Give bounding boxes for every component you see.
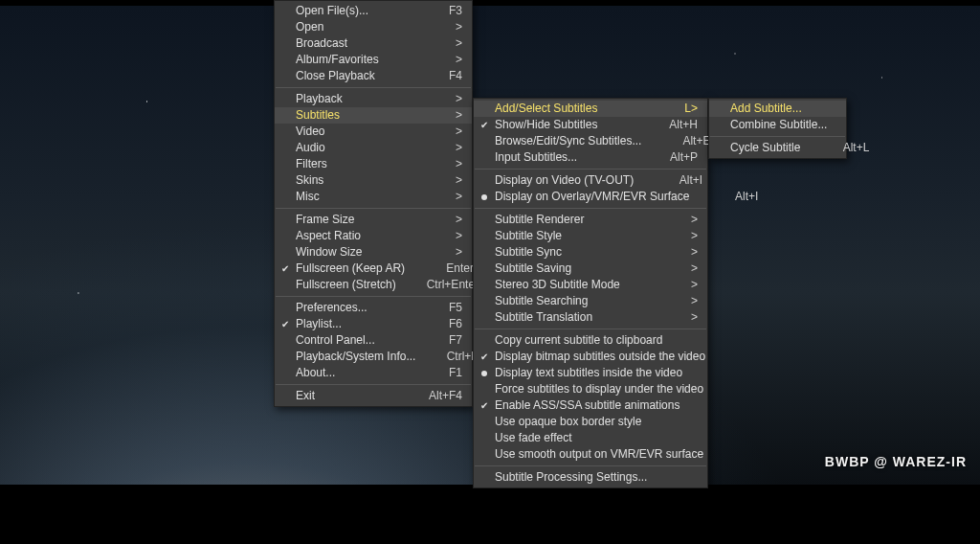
menu-playback[interactable]: Playback > — [275, 91, 472, 107]
submenu-arrow-icon: > — [449, 124, 462, 140]
menu-separator — [276, 208, 471, 209]
menu-label: Fullscreen (Stretch) — [296, 277, 419, 293]
menu-playback-sysinfo[interactable]: Playback/System Info... Ctrl+F1 — [275, 349, 472, 365]
menu-label: Add Subtitle... — [730, 101, 836, 117]
menu-add-subtitle[interactable]: Add Subtitle... — [709, 101, 846, 117]
menu-subtitle-saving[interactable]: Subtitle Saving > — [474, 261, 707, 277]
submenu-arrow-icon: > — [684, 212, 698, 228]
checkmark-icon: ✔ — [275, 261, 296, 277]
submenu-arrow-icon: > — [684, 244, 698, 261]
menu-label: Open — [296, 19, 449, 35]
menu-stereo-3d-mode[interactable]: Stereo 3D Subtitle Mode > — [474, 277, 707, 293]
menu-cycle-subtitle[interactable]: Cycle Subtitle Alt+L — [709, 140, 846, 156]
menu-open-files[interactable]: Open File(s)... F3 — [275, 3, 472, 19]
submenu-arrow-icon: > — [449, 228, 462, 244]
menu-fullscreen-keep-ar[interactable]: ✔ Fullscreen (Keep AR) Enter — [275, 261, 472, 277]
submenu-arrow-icon: > — [449, 140, 462, 156]
menu-album-favorites[interactable]: Album/Favorites > — [275, 52, 472, 68]
menu-label: Window Size — [296, 244, 449, 261]
menu-exit[interactable]: Exit Alt+F4 — [275, 388, 472, 404]
menu-close-playback[interactable]: Close Playback F4 — [275, 68, 472, 84]
menu-copy-subtitle-clipboard[interactable]: Copy current subtitle to clipboard — [474, 332, 707, 349]
menu-label: Album/Favorites — [296, 52, 449, 68]
menu-shortcut: F1 — [416, 365, 462, 381]
menu-label: Input Subtitles... — [495, 149, 652, 166]
menu-label: Display on Overlay/VMR/EVR Surface — [495, 189, 712, 205]
menu-subtitle-processing-settings[interactable]: Subtitle Processing Settings... — [474, 469, 707, 486]
menu-broadcast[interactable]: Broadcast > — [275, 35, 472, 52]
menu-separator — [276, 384, 471, 385]
menu-add-select-subtitles[interactable]: Add/Select Subtitles L> — [474, 101, 707, 117]
menu-audio[interactable]: Audio > — [275, 140, 472, 156]
context-menu-main: Open File(s)... F3 Open > Broadcast > Al… — [274, 0, 473, 407]
submenu-arrow-icon: > — [449, 172, 462, 189]
menu-combine-subtitle[interactable]: Combine Subtitle... — [709, 117, 846, 133]
menu-frame-size[interactable]: Frame Size > — [275, 212, 472, 228]
menu-label: Control Panel... — [296, 332, 416, 349]
submenu-arrow-icon: > — [449, 91, 462, 107]
menu-label: Subtitle Style — [495, 228, 684, 244]
menu-about[interactable]: About... F1 — [275, 365, 472, 381]
menu-label: Close Playback — [296, 68, 416, 84]
menu-subtitle-translation[interactable]: Subtitle Translation > — [474, 309, 707, 326]
checkmark-icon: ✔ — [474, 397, 495, 414]
menu-open[interactable]: Open > — [275, 19, 472, 35]
menu-show-hide-subtitles[interactable]: ✔ Show/Hide Subtitles Alt+H — [474, 117, 707, 133]
menu-video[interactable]: Video > — [275, 124, 472, 140]
menu-text-inside[interactable]: Display text subtitles inside the video — [474, 365, 707, 381]
submenu-arrow-icon: > — [449, 35, 462, 52]
menu-browse-edit-sync[interactable]: Browse/Edit/Sync Subtitles... Alt+E — [474, 133, 707, 149]
menu-separator — [276, 87, 471, 88]
checkmark-icon: ✔ — [474, 117, 495, 133]
menu-separator — [276, 296, 471, 297]
menu-subtitle-renderer[interactable]: Subtitle Renderer > — [474, 212, 707, 228]
context-menu-subtitles: Add/Select Subtitles L> ✔ Show/Hide Subt… — [473, 98, 708, 488]
menu-enable-ass-ssa[interactable]: ✔ Enable ASS/SSA subtitle animations — [474, 397, 707, 414]
menu-label: Playlist... — [296, 316, 416, 332]
menu-input-subtitles[interactable]: Input Subtitles... Alt+P — [474, 149, 707, 166]
menu-playlist[interactable]: ✔ Playlist... F6 — [275, 316, 472, 332]
menu-label: Video — [296, 124, 449, 140]
menu-label: Browse/Edit/Sync Subtitles... — [495, 133, 664, 149]
menu-subtitle-sync[interactable]: Subtitle Sync > — [474, 244, 707, 261]
menu-label: Audio — [296, 140, 449, 156]
checkmark-icon: ✔ — [474, 349, 495, 365]
menu-label: Subtitle Translation — [495, 309, 684, 326]
menu-fade-effect[interactable]: Use fade effect — [474, 430, 707, 446]
context-menu-add-select: Add Subtitle... Combine Subtitle... Cycl… — [708, 98, 847, 159]
submenu-arrow-icon: > — [449, 212, 462, 228]
menu-subtitle-searching[interactable]: Subtitle Searching > — [474, 293, 707, 309]
menu-filters[interactable]: Filters > — [275, 156, 472, 172]
menu-label: Misc — [296, 189, 449, 205]
menu-shortcut: Alt+E — [664, 133, 710, 149]
menu-display-tv-out[interactable]: Display on Video (TV-OUT) Alt+I — [474, 172, 707, 189]
submenu-arrow-icon: > — [684, 309, 698, 326]
menu-aspect-ratio[interactable]: Aspect Ratio > — [275, 228, 472, 244]
menu-skins[interactable]: Skins > — [275, 172, 472, 189]
menu-preferences[interactable]: Preferences... F5 — [275, 300, 472, 316]
menu-shortcut: F4 — [416, 68, 462, 84]
menu-fullscreen-stretch[interactable]: Fullscreen (Stretch) Ctrl+Enter — [275, 277, 472, 293]
menu-shortcut: Alt+H — [652, 117, 698, 133]
menu-label: Exit — [296, 388, 416, 404]
submenu-arrow-icon: > — [449, 107, 462, 124]
menu-label: About... — [296, 365, 416, 381]
menu-label: Filters — [296, 156, 449, 172]
menu-display-overlay[interactable]: Display on Overlay/VMR/EVR Surface Alt+I — [474, 189, 707, 205]
menu-opaque-box[interactable]: Use opaque box border style — [474, 414, 707, 430]
menu-smooth-output[interactable]: Use smooth output on VMR/EVR surface — [474, 446, 707, 463]
menu-label: Subtitle Sync — [495, 244, 684, 261]
menu-label: Broadcast — [296, 35, 449, 52]
menu-label: Display bitmap subtitles outside the vid… — [495, 349, 728, 365]
radio-dot-icon — [474, 194, 495, 200]
menu-subtitles[interactable]: Subtitles > — [275, 107, 472, 124]
submenu-arrow-icon: > — [449, 189, 462, 205]
menu-bitmap-outside[interactable]: ✔ Display bitmap subtitles outside the v… — [474, 349, 707, 365]
menu-shortcut: F3 — [416, 3, 462, 19]
menu-window-size[interactable]: Window Size > — [275, 244, 472, 261]
menu-subtitle-style[interactable]: Subtitle Style > — [474, 228, 707, 244]
menu-shortcut: Alt+F4 — [416, 388, 462, 404]
menu-misc[interactable]: Misc > — [275, 189, 472, 205]
menu-control-panel[interactable]: Control Panel... F7 — [275, 332, 472, 349]
menu-force-under[interactable]: Force subtitles to display under the vid… — [474, 381, 707, 397]
